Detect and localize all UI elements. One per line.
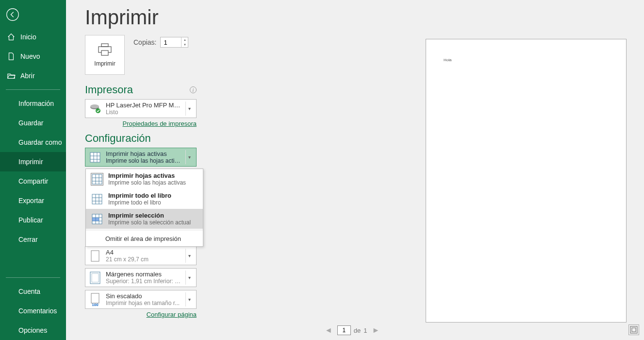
- opt-sub: Imprime solo la selección actual: [108, 219, 191, 226]
- sidebar-separator: [6, 89, 60, 90]
- option-selection[interactable]: Imprimir selecciónImprime solo la selecc…: [86, 209, 203, 229]
- nav-label: Nuevo: [20, 52, 40, 60]
- print-what-popup: Imprimir hojas activasImprime solo las h…: [85, 169, 203, 247]
- nav-guardar[interactable]: Guardar: [0, 113, 66, 133]
- svg-point-5: [90, 104, 99, 108]
- next-page-button[interactable]: ►: [370, 326, 382, 335]
- print-what-dropdown[interactable]: Imprimir hojas activas Imprime solo las …: [85, 148, 197, 167]
- preview-cell-content: Hola: [444, 58, 451, 62]
- page-icon: [88, 249, 102, 263]
- nav-cuenta[interactable]: Cuenta: [0, 282, 66, 301]
- copies-input[interactable]: [161, 37, 181, 47]
- margins-sub: Superior: 1,91 cm Inferior: 1,...: [106, 278, 182, 285]
- sidebar-separator: [6, 277, 60, 278]
- printer-icon: [97, 43, 113, 56]
- svg-rect-27: [92, 218, 99, 221]
- svg-rect-31: [91, 293, 99, 303]
- nav-label: Abrir: [20, 72, 35, 80]
- print-button[interactable]: Imprimir: [85, 35, 125, 75]
- nav-label: Compartir: [18, 177, 48, 185]
- svg-rect-2: [101, 44, 108, 47]
- page-total: 1: [363, 327, 367, 334]
- paper-title: A4: [106, 249, 182, 256]
- preview-page: Hola: [426, 39, 627, 323]
- prev-page-button[interactable]: ◄: [323, 326, 334, 335]
- svg-point-6: [96, 108, 100, 113]
- nav-imprimir[interactable]: Imprimir: [0, 152, 66, 171]
- margins-dropdown[interactable]: Márgenes normales Superior: 1,91 cm Infe…: [85, 268, 197, 287]
- print-preview-area: Hola ◄ de 1 ►: [323, 39, 639, 335]
- page-navigator: ◄ de 1 ►: [323, 325, 381, 335]
- paper-size-dropdown[interactable]: A4 21 cm x 29,7 cm ▾: [85, 246, 197, 265]
- printer-name: HP LaserJet Pro MFP M125-...: [106, 102, 182, 109]
- copies-label: Copias:: [133, 38, 156, 46]
- printer-info-icon[interactable]: i: [190, 86, 197, 93]
- option-active-sheets[interactable]: Imprimir hojas activasImprime solo las h…: [86, 169, 203, 189]
- chevron-down-icon: ▾: [185, 292, 193, 306]
- selection-icon: [91, 213, 103, 225]
- copies-down[interactable]: ▼: [182, 42, 188, 47]
- scaling-dropdown[interactable]: 100 Sin escalado Imprimir hojas en tamañ…: [85, 290, 197, 309]
- svg-rect-7: [90, 153, 100, 162]
- nav-compartir[interactable]: Compartir: [0, 171, 66, 191]
- margins-toggle-icon: [630, 326, 638, 334]
- nav-cerrar[interactable]: Cerrar: [0, 230, 66, 249]
- nav-exportar[interactable]: Exportar: [0, 191, 66, 210]
- print-what-sub: Imprime solo las hojas activas: [106, 157, 182, 164]
- nav-label: Inicio: [20, 33, 36, 41]
- backstage-sidebar: Inicio Nuevo Abrir Información Guardar G…: [0, 0, 66, 340]
- nav-label: Publicar: [18, 216, 43, 224]
- margins-title: Márgenes normales: [106, 271, 182, 278]
- option-ignore-print-area[interactable]: Omitir el área de impresión: [86, 231, 203, 246]
- margins-icon: [88, 271, 102, 285]
- copies-spinner[interactable]: ▲ ▼: [160, 37, 188, 48]
- printer-properties-link[interactable]: Propiedades de impresora: [85, 120, 197, 127]
- home-icon: [7, 33, 16, 41]
- popup-separator: [86, 230, 203, 230]
- printer-dropdown[interactable]: HP LaserJet Pro MFP M125-... Listo ▾: [85, 99, 197, 118]
- nav-label: Comentarios: [18, 307, 57, 315]
- print-what-title: Imprimir hojas activas: [106, 150, 182, 157]
- nav-publicar[interactable]: Publicar: [0, 210, 66, 230]
- svg-point-0: [7, 9, 19, 21]
- nav-guardar-como[interactable]: Guardar como: [0, 133, 66, 152]
- nav-inicio[interactable]: Inicio: [0, 27, 66, 47]
- nav-label: Exportar: [18, 197, 44, 204]
- option-entire-workbook[interactable]: Imprimir todo el libroImprime todo el li…: [86, 189, 203, 209]
- page-number-input[interactable]: [337, 325, 351, 335]
- nav-nuevo[interactable]: Nuevo: [0, 47, 66, 66]
- nav-abrir[interactable]: Abrir: [0, 66, 66, 85]
- nav-opciones[interactable]: Opciones: [0, 321, 66, 340]
- print-panel: Imprimir Imprimir Copias: ▲ ▼ Impresora …: [85, 0, 644, 340]
- svg-rect-12: [92, 174, 102, 184]
- chevron-down-icon: ▾: [185, 271, 193, 285]
- back-arrow-icon: [6, 8, 19, 21]
- print-button-label: Imprimir: [94, 60, 115, 67]
- svg-rect-34: [632, 328, 636, 332]
- opt-sub: Imprime todo el libro: [108, 199, 171, 206]
- opt-sub: Imprime solo las hojas activas: [108, 179, 186, 186]
- nav-comentarios[interactable]: Comentarios: [0, 301, 66, 321]
- back-button[interactable]: [2, 4, 23, 25]
- nav-label: Guardar: [18, 119, 43, 127]
- svg-rect-28: [91, 251, 99, 261]
- nav-label: Cerrar: [18, 236, 38, 243]
- copies-up[interactable]: ▲: [182, 37, 188, 42]
- show-margins-button[interactable]: [628, 324, 639, 335]
- sheets-icon: [91, 173, 103, 186]
- opt-title: Imprimir selección: [108, 212, 191, 219]
- folder-open-icon: [7, 71, 16, 80]
- scale-icon: 100: [88, 293, 102, 306]
- printer-status: Listo: [106, 109, 182, 116]
- workbook-icon: [91, 193, 103, 205]
- printer-section-title: Impresora: [85, 84, 133, 96]
- page-setup-link[interactable]: Configurar página: [85, 311, 197, 318]
- nav-label: Cuenta: [18, 288, 40, 295]
- printer-status-icon: [88, 102, 102, 116]
- scale-title: Sin escalado: [106, 292, 182, 300]
- svg-rect-33: [630, 326, 637, 333]
- nav-informacion[interactable]: Información: [0, 94, 66, 113]
- opt-title: Imprimir hojas activas: [108, 172, 186, 179]
- nav-label: Opciones: [18, 326, 47, 334]
- nav-label: Información: [18, 100, 54, 107]
